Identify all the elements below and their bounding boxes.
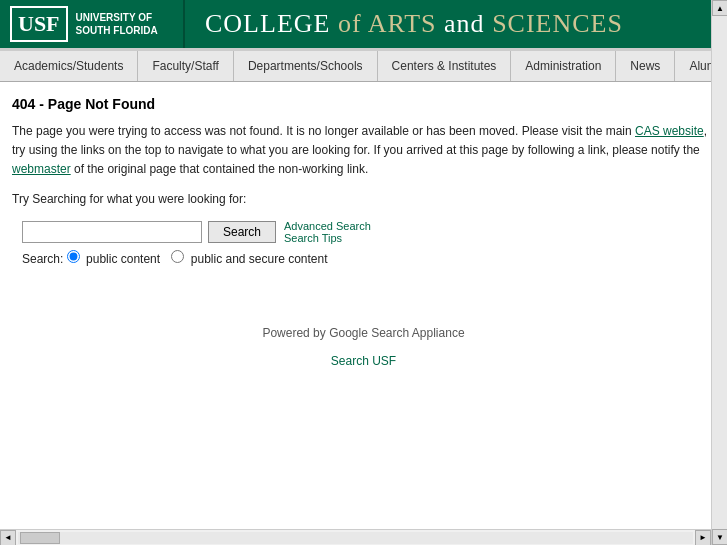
nav-academics-students[interactable]: Academics/Students	[0, 51, 138, 81]
radio-public-content[interactable]	[67, 250, 80, 263]
desc-part1: The page you were trying to access was n…	[12, 124, 635, 138]
usf-box: USF	[10, 6, 68, 42]
radio-option2-label: public and secure content	[191, 252, 328, 266]
usf-abbr: USF	[18, 11, 60, 36]
nav-centers-institutes[interactable]: Centers & Institutes	[378, 51, 512, 81]
search-usf-link[interactable]: Search USF	[12, 354, 715, 368]
desc-part3: of the original page that contained the …	[71, 162, 369, 176]
page-title: 404 - Page Not Found	[12, 96, 715, 112]
search-button[interactable]: Search	[208, 221, 276, 243]
webmaster-link[interactable]: webmaster	[12, 162, 71, 176]
search-radio-row: Search: public content public and secure…	[22, 250, 715, 266]
advanced-search-link[interactable]: Advanced Search	[284, 220, 371, 232]
site-header: USF UNIVERSITY OF SOUTH FLORIDA COLLEGE …	[0, 0, 727, 51]
search-extra-links: Advanced Search Search Tips	[284, 220, 371, 244]
search-tips-link[interactable]: Search Tips	[284, 232, 371, 244]
usf-line2: SOUTH FLORIDA	[76, 24, 158, 37]
college-heading: COLLEGE of ARTS and SCIENCES	[205, 9, 623, 39]
nav-bar: Academics/Students Faculty/Staff Departm…	[0, 51, 727, 82]
usf-line1: UNIVERSITY OF	[76, 11, 158, 24]
nav-faculty-staff[interactable]: Faculty/Staff	[138, 51, 233, 81]
radio-label: Search:	[22, 252, 63, 266]
radio-public-secure-content[interactable]	[171, 250, 184, 263]
search-prompt: Try Searching for what you were looking …	[12, 192, 715, 206]
main-content: 404 - Page Not Found The page you were t…	[0, 82, 727, 382]
scroll-track[interactable]	[712, 16, 727, 382]
page-description: The page you were trying to access was n…	[12, 122, 715, 180]
nav-departments-schools[interactable]: Departments/Schools	[234, 51, 378, 81]
search-row: Search Advanced Search Search Tips	[22, 220, 715, 244]
powered-text: Powered by Google Search Appliance	[262, 326, 464, 340]
nav-news[interactable]: News	[616, 51, 675, 81]
nav-administration[interactable]: Administration	[511, 51, 616, 81]
radio-option1-label: public content	[86, 252, 160, 266]
scroll-up-button[interactable]: ▲	[712, 0, 727, 16]
college-title-area: COLLEGE of ARTS and SCIENCES	[185, 0, 727, 48]
usf-full-name: UNIVERSITY OF SOUTH FLORIDA	[76, 11, 158, 37]
scrollbar-right[interactable]: ▲ ▼	[711, 0, 727, 382]
cas-website-link[interactable]: CAS website	[635, 124, 704, 138]
search-input[interactable]	[22, 221, 202, 243]
powered-section: Powered by Google Search Appliance Searc…	[12, 326, 715, 368]
logo-area: USF UNIVERSITY OF SOUTH FLORIDA	[0, 0, 185, 48]
